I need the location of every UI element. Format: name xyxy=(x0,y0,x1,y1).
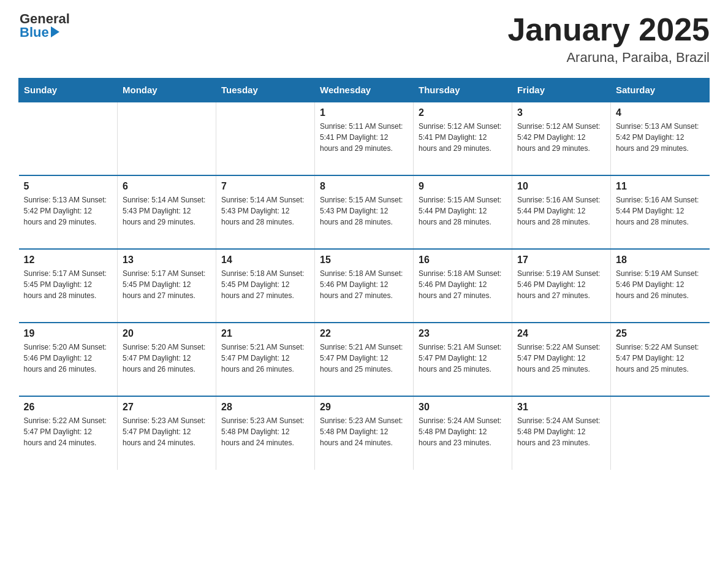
title-section: January 2025 Araruna, Paraiba, Brazil xyxy=(507,12,710,66)
location-subtitle: Araruna, Paraiba, Brazil xyxy=(507,50,710,66)
calendar-cell: 4Sunrise: 5:13 AM Sunset: 5:42 PM Daylig… xyxy=(611,102,710,175)
day-info: Sunrise: 5:22 AM Sunset: 5:47 PM Dayligh… xyxy=(24,415,113,448)
day-number: 9 xyxy=(419,181,507,192)
logo-arrow-icon xyxy=(51,26,59,37)
day-info: Sunrise: 5:17 AM Sunset: 5:45 PM Dayligh… xyxy=(24,268,113,301)
month-title: January 2025 xyxy=(507,12,710,47)
day-number: 8 xyxy=(320,181,408,192)
day-info: Sunrise: 5:20 AM Sunset: 5:47 PM Dayligh… xyxy=(123,342,211,375)
day-number: 16 xyxy=(419,255,507,266)
calendar-cell: 17Sunrise: 5:19 AM Sunset: 5:46 PM Dayli… xyxy=(512,249,611,323)
day-info: Sunrise: 5:15 AM Sunset: 5:43 PM Dayligh… xyxy=(320,194,408,228)
header-day-sunday: Sunday xyxy=(19,79,118,102)
day-info: Sunrise: 5:14 AM Sunset: 5:43 PM Dayligh… xyxy=(123,194,211,228)
calendar-week-row: 5Sunrise: 5:13 AM Sunset: 5:42 PM Daylig… xyxy=(19,175,710,249)
calendar-cell xyxy=(118,102,216,175)
day-number: 15 xyxy=(320,255,408,266)
day-info: Sunrise: 5:23 AM Sunset: 5:48 PM Dayligh… xyxy=(221,415,309,448)
calendar-cell: 12Sunrise: 5:17 AM Sunset: 5:45 PM Dayli… xyxy=(19,249,118,323)
calendar-cell: 5Sunrise: 5:13 AM Sunset: 5:42 PM Daylig… xyxy=(19,175,118,249)
day-number: 10 xyxy=(517,181,605,192)
calendar-cell: 27Sunrise: 5:23 AM Sunset: 5:47 PM Dayli… xyxy=(118,396,216,470)
day-info: Sunrise: 5:23 AM Sunset: 5:47 PM Dayligh… xyxy=(123,415,211,448)
calendar-week-row: 26Sunrise: 5:22 AM Sunset: 5:47 PM Dayli… xyxy=(19,396,710,470)
calendar-header-row: SundayMondayTuesdayWednesdayThursdayFrid… xyxy=(19,79,710,102)
calendar-table: SundayMondayTuesdayWednesdayThursdayFrid… xyxy=(18,78,710,470)
day-info: Sunrise: 5:17 AM Sunset: 5:45 PM Dayligh… xyxy=(123,268,211,301)
day-number: 26 xyxy=(24,402,113,413)
calendar-cell: 15Sunrise: 5:18 AM Sunset: 5:46 PM Dayli… xyxy=(315,249,414,323)
calendar-cell: 18Sunrise: 5:19 AM Sunset: 5:46 PM Dayli… xyxy=(611,249,710,323)
calendar-week-row: 12Sunrise: 5:17 AM Sunset: 5:45 PM Dayli… xyxy=(19,249,710,323)
day-number: 4 xyxy=(616,107,705,118)
calendar-cell: 22Sunrise: 5:21 AM Sunset: 5:47 PM Dayli… xyxy=(315,323,414,396)
day-number: 11 xyxy=(616,181,705,192)
day-info: Sunrise: 5:22 AM Sunset: 5:47 PM Dayligh… xyxy=(517,342,605,375)
calendar-cell: 30Sunrise: 5:24 AM Sunset: 5:48 PM Dayli… xyxy=(414,396,512,470)
day-number: 27 xyxy=(123,402,211,413)
logo: General Blue xyxy=(18,12,70,39)
day-info: Sunrise: 5:20 AM Sunset: 5:46 PM Dayligh… xyxy=(24,342,113,375)
day-info: Sunrise: 5:16 AM Sunset: 5:44 PM Dayligh… xyxy=(517,194,605,228)
day-info: Sunrise: 5:16 AM Sunset: 5:44 PM Dayligh… xyxy=(616,194,705,228)
header-day-saturday: Saturday xyxy=(611,79,710,102)
calendar-cell: 6Sunrise: 5:14 AM Sunset: 5:43 PM Daylig… xyxy=(118,175,216,249)
day-number: 20 xyxy=(123,328,211,339)
calendar-cell: 31Sunrise: 5:24 AM Sunset: 5:48 PM Dayli… xyxy=(512,396,611,470)
calendar-cell: 21Sunrise: 5:21 AM Sunset: 5:47 PM Dayli… xyxy=(216,323,315,396)
day-number: 5 xyxy=(24,181,113,192)
page-header: General Blue January 2025 Araruna, Parai… xyxy=(18,12,710,66)
calendar-cell: 20Sunrise: 5:20 AM Sunset: 5:47 PM Dayli… xyxy=(118,323,216,396)
day-info: Sunrise: 5:18 AM Sunset: 5:45 PM Dayligh… xyxy=(221,268,309,301)
day-info: Sunrise: 5:12 AM Sunset: 5:42 PM Dayligh… xyxy=(517,121,605,154)
calendar-cell: 2Sunrise: 5:12 AM Sunset: 5:41 PM Daylig… xyxy=(414,102,512,175)
header-day-wednesday: Wednesday xyxy=(315,79,414,102)
calendar-cell: 25Sunrise: 5:22 AM Sunset: 5:47 PM Dayli… xyxy=(611,323,710,396)
calendar-cell: 23Sunrise: 5:21 AM Sunset: 5:47 PM Dayli… xyxy=(414,323,512,396)
calendar-cell: 26Sunrise: 5:22 AM Sunset: 5:47 PM Dayli… xyxy=(19,396,118,470)
day-info: Sunrise: 5:24 AM Sunset: 5:48 PM Dayligh… xyxy=(517,415,605,448)
day-info: Sunrise: 5:15 AM Sunset: 5:44 PM Dayligh… xyxy=(419,194,507,228)
calendar-cell: 8Sunrise: 5:15 AM Sunset: 5:43 PM Daylig… xyxy=(315,175,414,249)
calendar-cell: 29Sunrise: 5:23 AM Sunset: 5:48 PM Dayli… xyxy=(315,396,414,470)
logo-general-text: General xyxy=(20,12,70,26)
calendar-cell: 16Sunrise: 5:18 AM Sunset: 5:46 PM Dayli… xyxy=(414,249,512,323)
day-info: Sunrise: 5:21 AM Sunset: 5:47 PM Dayligh… xyxy=(221,342,309,375)
day-info: Sunrise: 5:12 AM Sunset: 5:41 PM Dayligh… xyxy=(419,121,507,154)
day-info: Sunrise: 5:14 AM Sunset: 5:43 PM Dayligh… xyxy=(221,194,309,228)
calendar-cell: 13Sunrise: 5:17 AM Sunset: 5:45 PM Dayli… xyxy=(118,249,216,323)
day-info: Sunrise: 5:21 AM Sunset: 5:47 PM Dayligh… xyxy=(419,342,507,375)
day-info: Sunrise: 5:18 AM Sunset: 5:46 PM Dayligh… xyxy=(419,268,507,301)
day-number: 2 xyxy=(419,107,507,118)
day-info: Sunrise: 5:21 AM Sunset: 5:47 PM Dayligh… xyxy=(320,342,408,375)
header-day-thursday: Thursday xyxy=(414,79,512,102)
day-number: 21 xyxy=(221,328,309,339)
calendar-cell xyxy=(19,102,118,175)
day-info: Sunrise: 5:22 AM Sunset: 5:47 PM Dayligh… xyxy=(616,342,705,375)
calendar-cell xyxy=(216,102,315,175)
day-number: 24 xyxy=(517,328,605,339)
calendar-cell: 28Sunrise: 5:23 AM Sunset: 5:48 PM Dayli… xyxy=(216,396,315,470)
day-info: Sunrise: 5:23 AM Sunset: 5:48 PM Dayligh… xyxy=(320,415,408,448)
day-info: Sunrise: 5:11 AM Sunset: 5:41 PM Dayligh… xyxy=(320,121,408,154)
day-number: 18 xyxy=(616,255,705,266)
calendar-cell: 14Sunrise: 5:18 AM Sunset: 5:45 PM Dayli… xyxy=(216,249,315,323)
day-info: Sunrise: 5:13 AM Sunset: 5:42 PM Dayligh… xyxy=(24,194,113,228)
calendar-cell xyxy=(611,396,710,470)
calendar-cell: 24Sunrise: 5:22 AM Sunset: 5:47 PM Dayli… xyxy=(512,323,611,396)
calendar-cell: 10Sunrise: 5:16 AM Sunset: 5:44 PM Dayli… xyxy=(512,175,611,249)
day-number: 29 xyxy=(320,402,408,413)
calendar-cell: 19Sunrise: 5:20 AM Sunset: 5:46 PM Dayli… xyxy=(19,323,118,396)
day-number: 13 xyxy=(123,255,211,266)
day-number: 23 xyxy=(419,328,507,339)
day-number: 31 xyxy=(517,402,605,413)
day-number: 17 xyxy=(517,255,605,266)
calendar-cell: 3Sunrise: 5:12 AM Sunset: 5:42 PM Daylig… xyxy=(512,102,611,175)
day-number: 3 xyxy=(517,107,605,118)
day-number: 12 xyxy=(24,255,113,266)
day-info: Sunrise: 5:19 AM Sunset: 5:46 PM Dayligh… xyxy=(517,268,605,301)
calendar-cell: 9Sunrise: 5:15 AM Sunset: 5:44 PM Daylig… xyxy=(414,175,512,249)
day-number: 19 xyxy=(24,328,113,339)
day-number: 6 xyxy=(123,181,211,192)
calendar-cell: 11Sunrise: 5:16 AM Sunset: 5:44 PM Dayli… xyxy=(611,175,710,249)
